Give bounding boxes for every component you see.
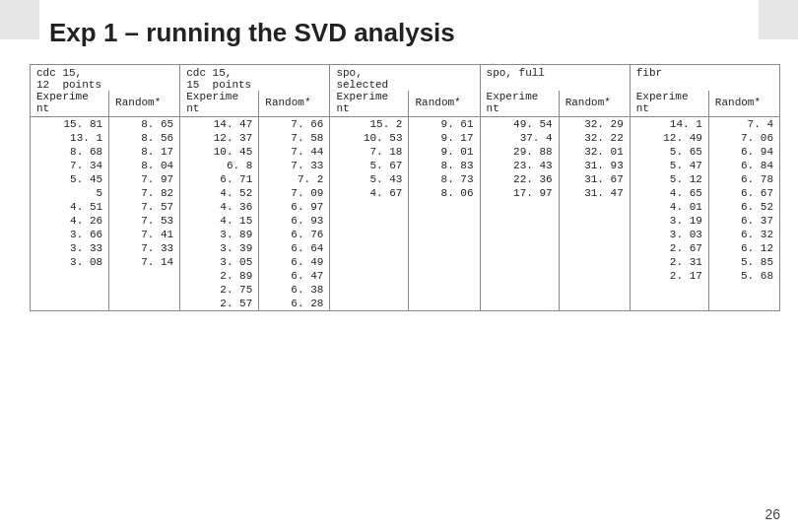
table-cell: 14. 1	[630, 117, 708, 132]
table-cell	[409, 200, 480, 214]
table-cell: 6. 67	[708, 186, 779, 200]
table-cell	[708, 297, 779, 311]
table-cell	[31, 283, 109, 297]
table-cell: 3. 19	[630, 214, 708, 228]
table-cell: 4. 52	[180, 186, 259, 200]
table-cell: 23. 43	[480, 159, 559, 172]
table-cell	[330, 255, 409, 269]
table-cell: 13. 1	[31, 131, 109, 145]
table-cell: 5. 65	[630, 145, 708, 159]
table-cell	[409, 297, 480, 311]
table-cell: 6. 32	[708, 228, 779, 241]
group-cdc15-12: cdc 15,12 points	[31, 65, 180, 92]
table-cell	[559, 283, 630, 297]
table-cell: 15. 2	[330, 117, 409, 132]
table-cell	[409, 214, 480, 228]
table-cell	[559, 228, 630, 241]
table-cell	[559, 241, 630, 255]
table-cell	[630, 283, 708, 297]
table-cell: 7. 53	[109, 214, 180, 228]
table-cell: 6. 71	[180, 172, 259, 186]
table-cell	[480, 228, 559, 241]
table-cell: 5. 47	[630, 159, 708, 172]
table-cell	[31, 297, 109, 311]
slide-title: Exp 1 – running the SVD analysis	[49, 18, 455, 48]
table-cell: 6. 76	[259, 228, 330, 241]
table-cell: 5. 45	[31, 172, 109, 186]
table-row: 5. 457. 976. 717. 25. 438. 7322. 3631. 6…	[31, 172, 780, 186]
col-rand2: Random*	[259, 91, 330, 117]
table-cell: 7. 33	[259, 159, 330, 172]
table-cell	[31, 269, 109, 283]
table-cell	[559, 255, 630, 269]
table-row: 8. 688. 1710. 457. 447. 189. 0129. 8832.…	[31, 145, 780, 159]
table-cell	[409, 255, 480, 269]
table-cell	[708, 283, 779, 297]
table-cell: 6. 38	[259, 283, 330, 297]
table-cell: 9. 61	[409, 117, 480, 132]
table-cell	[330, 214, 409, 228]
table-cell: 6. 37	[708, 214, 779, 228]
table-cell: 8. 17	[109, 145, 180, 159]
table-cell: 7. 34	[31, 159, 109, 172]
table-cell	[480, 241, 559, 255]
table-cell	[480, 255, 559, 269]
table-cell	[109, 269, 180, 283]
table-cell: 6. 49	[259, 255, 330, 269]
table-cell: 4. 01	[630, 200, 708, 214]
table-cell: 7. 41	[109, 228, 180, 241]
table-cell	[109, 297, 180, 311]
table-cell: 29. 88	[480, 145, 559, 159]
table-cell: 6. 93	[259, 214, 330, 228]
table-cell: 6. 52	[708, 200, 779, 214]
table-cell	[480, 214, 559, 228]
table-cell: 31. 47	[559, 186, 630, 200]
table-cell: 2. 57	[180, 297, 259, 311]
table-cell: 17. 97	[480, 186, 559, 200]
table-cell: 6. 97	[259, 200, 330, 214]
table-cell: 31. 67	[559, 172, 630, 186]
table-cell: 5. 85	[708, 255, 779, 269]
table-cell: 8. 56	[109, 131, 180, 145]
table-cell: 7. 4	[708, 117, 779, 132]
table-cell: 8. 83	[409, 159, 480, 172]
table-row: 3. 667. 413. 896. 763. 036. 32	[31, 228, 780, 241]
table-cell: 3. 05	[180, 255, 259, 269]
slide: Exp 1 – running the SVD analysis cdc 15,…	[0, 0, 798, 532]
table-row: 3. 337. 333. 396. 642. 676. 12	[31, 241, 780, 255]
table-row: 13. 18. 5612. 377. 5810. 539. 1737. 432.…	[31, 131, 780, 145]
table-cell	[330, 269, 409, 283]
table-cell: 12. 49	[630, 131, 708, 145]
table-cell: 8. 68	[31, 145, 109, 159]
table-row: 2. 756. 38	[31, 283, 780, 297]
table-cell: 7. 57	[109, 200, 180, 214]
table-cell: 10. 53	[330, 131, 409, 145]
table-cell: 3. 66	[31, 228, 109, 241]
corner-decoration-tl	[0, 0, 39, 39]
table-cell: 4. 36	[180, 200, 259, 214]
table-cell	[409, 283, 480, 297]
table-cell	[330, 297, 409, 311]
table-cell: 6. 64	[259, 241, 330, 255]
table-cell: 4. 51	[31, 200, 109, 214]
table-cell: 32. 22	[559, 131, 630, 145]
table-cell	[480, 269, 559, 283]
col-header-row: Experiment Random* Experiment Random* Ex…	[31, 91, 780, 117]
table-cell	[109, 283, 180, 297]
table-cell: 2. 17	[630, 269, 708, 283]
table-cell: 4. 15	[180, 214, 259, 228]
table-cell: 3. 03	[630, 228, 708, 241]
table-cell: 10. 45	[180, 145, 259, 159]
table-cell: 8. 73	[409, 172, 480, 186]
col-exp4: Experiment	[480, 91, 559, 117]
table-cell	[409, 241, 480, 255]
table-cell: 7. 58	[259, 131, 330, 145]
group-cdc15-15: cdc 15,15 points	[180, 65, 330, 92]
col-exp5: Experiment	[630, 91, 708, 117]
table-cell: 15. 81	[31, 117, 109, 132]
col-rand5: Random*	[708, 91, 779, 117]
table-cell: 9. 01	[409, 145, 480, 159]
col-rand3: Random*	[409, 91, 480, 117]
table-cell: 22. 36	[480, 172, 559, 186]
table-cell: 7. 18	[330, 145, 409, 159]
